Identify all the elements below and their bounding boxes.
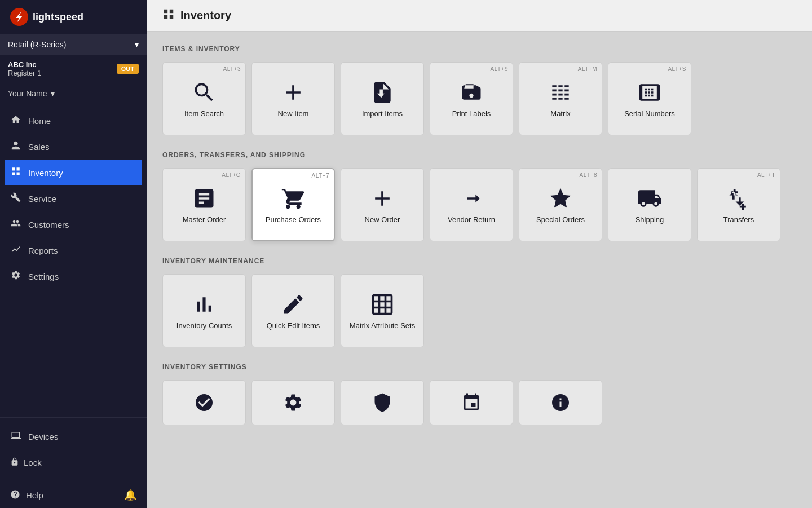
matrix-attribute-sets-icon	[370, 292, 395, 317]
reports-icon	[10, 244, 21, 257]
sidebar-item-customers[interactable]: Customers	[0, 211, 147, 237]
main-header: Inventory	[147, 0, 812, 32]
svg-rect-7	[164, 15, 167, 19]
svg-rect-3	[12, 173, 15, 175]
transfers-shortcut: ALT+T	[757, 172, 775, 178]
settings-card-1-icon	[194, 392, 214, 413]
transfers-card[interactable]: ALT+T Transfers	[697, 168, 780, 241]
special-orders-shortcut: ALT+8	[580, 172, 598, 178]
orders-transfers-section: ORDERS, TRANSFERS, AND SHIPPING ALT+O Ma…	[162, 151, 796, 241]
logo-area: lightspeed	[0, 0, 147, 34]
sidebar-item-label-sales: Sales	[28, 142, 50, 152]
settings-card-5[interactable]	[519, 380, 602, 425]
items-inventory-title: ITEMS & INVENTORY	[162, 45, 796, 53]
matrix-attribute-sets-card[interactable]: Matrix Attribute Sets	[341, 274, 424, 347]
sidebar-item-reports[interactable]: Reports	[0, 237, 147, 263]
special-orders-card[interactable]: ALT+8 Special Orders	[519, 168, 602, 241]
settings-card-5-icon	[550, 392, 571, 413]
inventory-maintenance-title: INVENTORY MAINTENANCE	[162, 257, 796, 265]
inventory-settings-title: INVENTORY SETTINGS	[162, 363, 796, 371]
customers-icon	[10, 218, 21, 231]
print-labels-card[interactable]: ALT+9 Print Labels	[430, 62, 513, 135]
sidebar-item-settings[interactable]: Settings	[0, 263, 147, 289]
inventory-counts-card[interactable]: Inventory Counts	[162, 274, 246, 347]
store-selector[interactable]: Retail (R-Series) ▾	[0, 34, 147, 55]
purchase-orders-card[interactable]: ALT+7 Purchase Orders	[251, 168, 335, 241]
transfers-icon	[726, 186, 751, 211]
store-selector-arrow: ▾	[135, 40, 139, 49]
new-order-card[interactable]: New Order	[341, 168, 424, 241]
special-orders-label: Special Orders	[532, 215, 589, 224]
orders-transfers-title: ORDERS, TRANSFERS, AND SHIPPING	[162, 151, 796, 159]
sidebar: lightspeed Retail (R-Series) ▾ ABC Inc R…	[0, 0, 147, 508]
print-labels-shortcut: ALT+9	[491, 66, 509, 72]
service-icon	[10, 192, 21, 205]
account-info: ABC Inc Register 1 OUT	[0, 55, 147, 83]
notification-bell-icon[interactable]: 🔔	[124, 489, 136, 501]
item-search-card[interactable]: ALT+3 Item Search	[162, 62, 246, 135]
lock-icon	[10, 457, 19, 468]
sidebar-item-service[interactable]: Service	[0, 185, 147, 211]
help-row[interactable]: Help 🔔	[0, 482, 147, 508]
master-order-shortcut: ALT+O	[222, 172, 241, 178]
master-order-icon	[192, 186, 217, 211]
master-order-card[interactable]: ALT+O Master Order	[162, 168, 246, 241]
home-icon	[10, 114, 21, 127]
inventory-counts-icon	[192, 292, 217, 317]
user-chevron: ▾	[51, 89, 55, 98]
user-name: Your Name	[8, 89, 47, 98]
settings-card-1[interactable]	[162, 380, 246, 425]
user-menu[interactable]: Your Name ▾	[0, 83, 147, 104]
serial-numbers-card[interactable]: ALT+S Serial Numbers	[608, 62, 691, 135]
lightspeed-logo-icon	[10, 8, 28, 26]
transfers-label: Transfers	[719, 215, 758, 224]
settings-card-2[interactable]	[251, 380, 335, 425]
help-icon	[10, 489, 20, 501]
content-area: ITEMS & INVENTORY ALT+3 Item Search New …	[147, 32, 812, 454]
inventory-counts-label: Inventory Counts	[172, 321, 236, 330]
serial-numbers-label: Serial Numbers	[620, 109, 679, 118]
orders-transfers-grid: ALT+O Master Order ALT+7 Purchase Orders	[162, 168, 796, 241]
print-labels-label: Print Labels	[448, 109, 496, 118]
matrix-icon	[548, 80, 573, 105]
shipping-card[interactable]: Shipping	[608, 168, 691, 241]
vendor-return-label: Vendor Return	[443, 215, 500, 224]
svg-rect-6	[170, 10, 173, 13]
help-label: Help	[26, 491, 43, 500]
sidebar-item-devices[interactable]: Devices	[0, 423, 147, 449]
lock-label: Lock	[24, 458, 42, 467]
inventory-settings-section: INVENTORY SETTINGS	[162, 363, 796, 425]
sidebar-item-label-home: Home	[28, 116, 51, 126]
sidebar-item-inventory[interactable]: Inventory	[5, 160, 142, 185]
settings-card-4[interactable]	[430, 380, 513, 425]
sidebar-item-label-devices: Devices	[28, 432, 58, 441]
purchase-orders-label: Purchase Orders	[261, 215, 325, 224]
purchase-orders-icon	[281, 186, 306, 211]
settings-card-3-icon	[372, 392, 392, 413]
out-badge: OUT	[117, 64, 139, 74]
sidebar-item-home[interactable]: Home	[0, 108, 147, 134]
devices-icon	[10, 430, 21, 443]
page-title: Inventory	[180, 9, 231, 22]
master-order-label: Master Order	[178, 215, 231, 224]
settings-card-2-icon	[283, 392, 303, 413]
settings-card-3[interactable]	[341, 380, 424, 425]
search-icon	[192, 80, 217, 105]
sidebar-item-sales[interactable]: Sales	[0, 134, 147, 160]
svg-rect-4	[17, 173, 20, 175]
company-name: ABC Inc	[8, 60, 41, 69]
user-info: ABC Inc Register 1	[8, 60, 41, 77]
lock-button[interactable]: Lock	[0, 449, 147, 476]
quick-edit-items-icon	[281, 292, 306, 317]
settings-icon	[10, 270, 21, 282]
main-content: Inventory ITEMS & INVENTORY ALT+3 Item S…	[147, 0, 812, 508]
matrix-card[interactable]: ALT+M Matrix	[519, 62, 602, 135]
import-items-card[interactable]: Import Items	[341, 62, 424, 135]
import-items-icon	[370, 80, 395, 105]
vendor-return-card[interactable]: Vendor Return	[430, 168, 513, 241]
new-item-card[interactable]: New Item	[251, 62, 335, 135]
inventory-settings-grid	[162, 380, 796, 425]
inventory-header-icon	[162, 8, 175, 23]
new-order-label: New Order	[360, 215, 405, 224]
quick-edit-items-card[interactable]: Quick Edit Items	[251, 274, 335, 347]
